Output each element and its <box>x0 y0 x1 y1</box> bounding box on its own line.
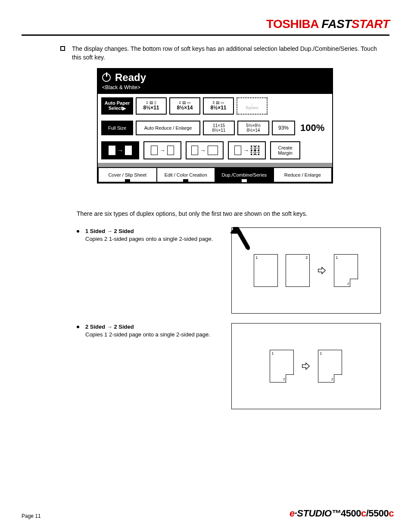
page-spread-icon <box>208 146 218 155</box>
tab-edit-color[interactable]: Edit / Color Creation <box>156 167 215 183</box>
header-rule <box>22 34 389 36</box>
sheet-fold-icon: 12 <box>334 254 358 287</box>
tray-size: 8½×11 <box>139 105 164 111</box>
tab-cover-slip[interactable]: Cover / Slip Sheet <box>98 167 156 183</box>
page-fold-icon <box>151 146 158 155</box>
duplex-2to2-button[interactable]: → <box>143 141 181 159</box>
tray-size: 8½×14 <box>172 105 197 111</box>
create-margin-button[interactable]: Create Margin <box>270 141 300 159</box>
tab-marker-icon <box>242 179 247 182</box>
arrow-right-icon: → <box>117 147 123 154</box>
tray-3-button[interactable]: 3 ▤ ▭ 8½×11 <box>203 97 234 115</box>
page-icon <box>191 146 198 155</box>
tab-marker-icon <box>125 179 130 182</box>
duplex-1to2-button[interactable]: → <box>101 141 139 159</box>
screen-header: Ready <Black & White> <box>98 69 332 93</box>
pointer-arrow-icon <box>224 227 254 257</box>
bullet-disc-icon <box>77 230 79 233</box>
bypass-button[interactable]: ↓ Bypass <box>237 97 268 115</box>
tray-index: 2 ▤ ▭ <box>172 101 197 105</box>
tray-1-button[interactable]: 1 ▤ ▯ 8½×11 <box>136 97 167 115</box>
sheet-fold-icon: 12 <box>270 350 294 383</box>
tab-dup-combine-series[interactable]: Dup./Combine/Series <box>215 167 273 183</box>
option-1-text: 1 Sided → 2 Sided Copies 2 1-sided pages… <box>85 227 213 243</box>
tray-index: 1 ▤ ▯ <box>139 101 164 105</box>
auto-paper-select-button[interactable]: Auto Paper Select▶ <box>101 97 133 115</box>
power-icon <box>102 73 111 82</box>
option-2-text: 2 Sided → 2 Sided Copies 1 2-sided page … <box>85 323 210 339</box>
fast-text: FAST <box>321 17 352 31</box>
color-mode-label: <Black & White> <box>102 84 328 90</box>
copier-screenshot: Ready <Black & White> Auto Paper Select▶… <box>97 68 333 184</box>
page-grid-icon: 1234 <box>251 146 259 155</box>
zoom-preset-1-button[interactable]: 11×15 8½×11 <box>203 121 235 135</box>
ready-label: Ready <box>115 72 146 84</box>
sheet-icon: 2 <box>286 254 310 287</box>
sheet-fold-icon: 12 <box>318 350 342 383</box>
arrow-right-icon: → <box>200 147 206 154</box>
arrow-right-icon: → <box>243 147 249 154</box>
zoom-percent-display: 100% <box>298 121 324 135</box>
auto-reduce-enlarge-button[interactable]: Auto Reduce / Enlarge <box>136 121 200 135</box>
header-brand: TOSHIBA FASTSTART <box>22 17 389 31</box>
toshiba-logo: TOSHIBA <box>266 17 318 31</box>
sheet-icon: 1 <box>254 254 278 287</box>
page-fold-icon <box>125 146 132 155</box>
page-fold-icon <box>167 146 174 155</box>
tray-index: 3 ▤ ▭ <box>206 101 231 105</box>
page-icon <box>234 146 241 155</box>
diagram-2-sided-to-2-sided: 12 12 <box>231 323 381 409</box>
page-icon <box>109 146 115 155</box>
combine-4to1-button[interactable]: → 1234 <box>228 141 266 159</box>
zoom-preset-2-button[interactable]: 5½×8½ 8½×14 <box>237 121 269 135</box>
bullet-disc-icon <box>77 326 79 328</box>
tray-2-button[interactable]: 2 ▤ ▭ 8½×14 <box>169 97 200 115</box>
intro-text: The display changes. The bottom row of s… <box>72 44 382 62</box>
tab-reduce-enlarge[interactable]: Reduce / Enlarge <box>273 167 333 183</box>
tab-marker-icon <box>183 179 188 182</box>
post-text: There are six types of duplex options, b… <box>77 209 378 218</box>
full-size-button[interactable]: Full Size <box>101 121 133 135</box>
footer-brand: e·STUDIO™4500c/5500c <box>290 508 394 519</box>
start-text: START <box>352 17 389 31</box>
tray-size: 8½×11 <box>206 105 231 111</box>
hollow-arrow-right-icon <box>318 266 326 275</box>
combine-2to1-button[interactable]: → <box>186 141 224 159</box>
square-bullet-icon <box>60 46 65 51</box>
hollow-arrow-right-icon <box>302 362 310 370</box>
percent-preset-button[interactable]: 93% <box>272 121 295 135</box>
page-number: Page 11 <box>22 513 41 519</box>
arrow-right-icon: → <box>159 147 165 154</box>
